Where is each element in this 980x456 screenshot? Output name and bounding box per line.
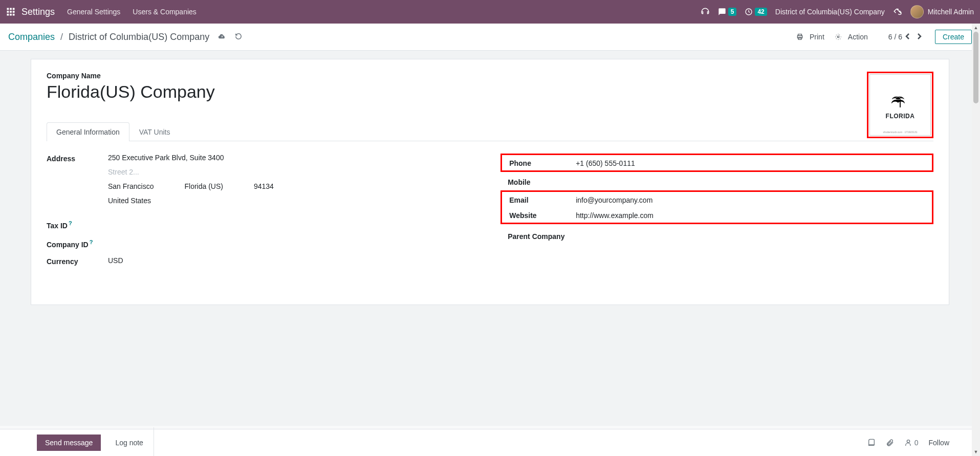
- company-name-input[interactable]: Florida(US) Company: [47, 82, 933, 102]
- phone-input[interactable]: +1 (650) 555-0111: [576, 159, 635, 167]
- print-label: Print: [810, 33, 824, 41]
- palm-icon: [891, 91, 909, 111]
- svg-rect-5: [13, 11, 15, 13]
- company-id-help-icon[interactable]: ?: [90, 239, 93, 245]
- left-column: Address 250 Executive Park Blvd, Suite 3…: [47, 154, 508, 274]
- svg-rect-6: [7, 14, 9, 16]
- pager-next[interactable]: [913, 33, 925, 41]
- svg-rect-14: [900, 99, 900, 107]
- tab-general-information[interactable]: General Information: [47, 122, 129, 141]
- breadcrumb-root[interactable]: Companies: [8, 32, 55, 42]
- pager-text[interactable]: 6 / 6: [888, 33, 902, 41]
- svg-rect-0: [7, 8, 9, 10]
- scrollbar[interactable]: ▲ ▼: [972, 24, 980, 426]
- street-input[interactable]: 250 Executive Park Blvd, Suite 3400: [108, 154, 508, 162]
- logo-text: FLORIDA: [886, 113, 915, 120]
- breadcrumb: Companies / District of Columbia(US) Com…: [8, 32, 242, 42]
- pager: 6 / 6: [888, 33, 925, 41]
- company-id-label: Company ID?: [47, 238, 108, 249]
- form-sheet: FLORIDA shutterstock.com · 171923131 Com…: [31, 59, 949, 305]
- messages-icon[interactable]: 5: [718, 8, 737, 16]
- breadcrumb-current: District of Columbia(US) Company: [69, 32, 209, 42]
- city-input[interactable]: San Francisco: [108, 182, 154, 190]
- content-area: FLORIDA shutterstock.com · 171923131 Com…: [0, 51, 980, 426]
- company-logo-highlight: FLORIDA shutterstock.com · 171923131: [867, 72, 933, 138]
- pager-prev[interactable]: [902, 33, 913, 41]
- scroll-up-icon[interactable]: ▲: [972, 24, 980, 32]
- voip-icon[interactable]: [701, 7, 710, 16]
- controlbar: Companies / District of Columbia(US) Com…: [0, 24, 980, 51]
- apps-icon[interactable]: [6, 7, 15, 16]
- nav-general-settings[interactable]: General Settings: [67, 8, 120, 16]
- company-switcher[interactable]: District of Columbia(US) Company: [775, 8, 885, 16]
- tax-id-label: Tax ID?: [47, 219, 108, 230]
- logo-footer: shutterstock.com · 171923131: [883, 131, 918, 134]
- action-label: Action: [848, 33, 868, 41]
- svg-point-13: [837, 36, 839, 38]
- right-column: Phone +1 (650) 555-0111 Mobile Email inf…: [508, 154, 933, 274]
- company-name-label: Company Name: [47, 72, 933, 80]
- company-switcher-label: District of Columbia(US) Company: [775, 8, 885, 16]
- street2-input[interactable]: Street 2...: [108, 168, 508, 176]
- address-label: Address: [47, 154, 108, 163]
- website-input[interactable]: http://www.example.com: [576, 211, 654, 220]
- brand[interactable]: Settings: [21, 7, 55, 17]
- cloud-icon[interactable]: [218, 32, 226, 41]
- parent-company-label: Parent Company: [508, 232, 584, 241]
- state-input[interactable]: Florida (US): [184, 182, 223, 190]
- currency-label: Currency: [47, 256, 108, 266]
- user-menu[interactable]: Mitchell Admin: [910, 5, 974, 18]
- country-input[interactable]: United States: [108, 197, 508, 205]
- company-logo[interactable]: FLORIDA shutterstock.com · 171923131: [869, 74, 931, 136]
- svg-rect-4: [10, 11, 12, 13]
- nav-users-companies[interactable]: Users & Companies: [133, 8, 197, 16]
- action-button[interactable]: Action: [835, 33, 868, 41]
- email-input[interactable]: info@yourcompany.com: [576, 196, 652, 204]
- activities-badge: 42: [755, 8, 767, 16]
- phone-highlight: Phone +1 (650) 555-0111: [500, 154, 933, 172]
- discard-icon[interactable]: [235, 33, 242, 41]
- tab-vat-units[interactable]: VAT Units: [129, 122, 180, 141]
- currency-input[interactable]: USD: [108, 256, 508, 265]
- messages-badge: 5: [728, 8, 737, 16]
- debug-icon[interactable]: [893, 7, 902, 16]
- user-name: Mitchell Admin: [928, 8, 974, 16]
- tab-body: Address 250 Executive Park Blvd, Suite 3…: [47, 141, 933, 274]
- zip-input[interactable]: 94134: [254, 182, 274, 190]
- website-label: Website: [509, 211, 576, 220]
- phone-label: Phone: [509, 159, 576, 167]
- breadcrumb-sep: /: [60, 32, 63, 42]
- tax-id-help-icon[interactable]: ?: [69, 220, 72, 226]
- tabs: General Information VAT Units: [47, 122, 933, 141]
- create-button[interactable]: Create: [935, 30, 972, 44]
- activities-icon[interactable]: 42: [745, 8, 767, 16]
- print-button[interactable]: Print: [796, 33, 824, 41]
- avatar: [910, 5, 924, 18]
- svg-rect-1: [10, 8, 12, 10]
- svg-rect-7: [10, 14, 12, 16]
- scrollbar-thumb[interactable]: [973, 32, 978, 103]
- svg-rect-8: [13, 14, 15, 16]
- topbar: Settings General Settings Users & Compan…: [0, 0, 980, 24]
- mobile-label: Mobile: [508, 178, 574, 186]
- svg-rect-3: [7, 11, 9, 13]
- email-website-highlight: Email info@yourcompany.com Website http:…: [500, 190, 933, 224]
- svg-rect-2: [13, 8, 15, 10]
- email-label: Email: [509, 196, 576, 204]
